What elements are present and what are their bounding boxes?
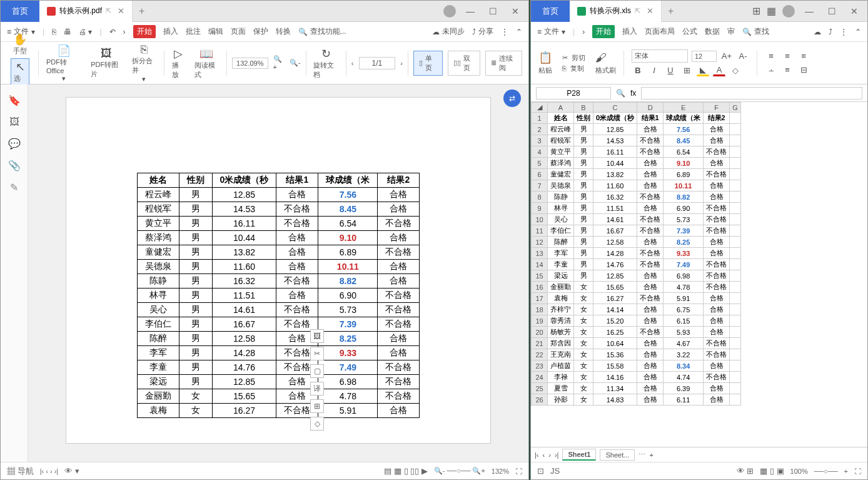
print-icon[interactable]: 🖨 ▾ <box>79 28 92 36</box>
col-E[interactable]: E <box>664 103 704 113</box>
xls-close-icon[interactable]: ✕ <box>647 6 654 16</box>
col-B[interactable]: B <box>574 103 593 113</box>
table-row[interactable]: 16金丽勤女15.65合格4.78不合格 <box>532 282 741 293</box>
xls-collapse[interactable]: ⌃ <box>855 28 861 36</box>
col-D[interactable]: D <box>637 103 664 113</box>
pin-icon[interactable]: ⇱ <box>106 7 111 15</box>
sheet-nav-next[interactable]: › <box>548 451 551 459</box>
float-convert-icon[interactable]: ⇄ <box>503 89 521 107</box>
valign-top-icon[interactable]: ⫠ <box>765 64 777 76</box>
close-icon[interactable]: ✕ <box>118 6 124 16</box>
xls-home-tab[interactable]: 首页 <box>531 1 570 22</box>
copy-button[interactable]: ⎘ 复制 <box>562 64 585 73</box>
play-button[interactable]: ▷播放 <box>169 46 187 81</box>
xls-zoom-pct[interactable]: 100% <box>790 467 808 475</box>
corner-cell[interactable]: ◢ <box>532 103 548 113</box>
page-indicator[interactable]: 1/1 <box>359 57 396 69</box>
apps-icon[interactable]: ▦ <box>767 5 776 17</box>
xls-menu-layout[interactable]: 页面布局 <box>645 26 675 37</box>
table-row[interactable]: 4黄立平男16.11不合格6.54不合格 <box>532 146 741 158</box>
merge-icon[interactable]: ⊟ <box>797 64 810 76</box>
xls-menu-data[interactable]: 数据 <box>705 26 720 37</box>
thumbnail-icon[interactable]: 🖼 <box>9 116 19 128</box>
table-row[interactable]: 24李禄女14.16合格4.74不合格 <box>532 372 741 383</box>
fx-zoom-icon[interactable]: 🔍 <box>616 89 625 98</box>
format-painter-icon[interactable]: 🖌 <box>595 51 616 64</box>
align-right-icon[interactable]: ≡ <box>797 50 810 63</box>
cut-button[interactable]: ✂ 剪切 <box>562 53 585 63</box>
table-row[interactable]: 17袁梅女16.27不合格5.91合格 <box>532 293 741 304</box>
table-row[interactable]: 7吴德泉男11.60合格10.11合格 <box>532 180 741 191</box>
table-tool-icon[interactable]: ⊞ <box>310 399 324 413</box>
table-row[interactable]: 14李童男14.76不合格7.49不合格 <box>532 259 741 270</box>
xls-add-tab[interactable]: + <box>662 6 680 17</box>
italic-icon[interactable]: I <box>648 64 660 76</box>
avatar[interactable] <box>443 5 456 18</box>
xls-fullscreen[interactable]: ⛶ <box>854 467 861 475</box>
xls-file-menu[interactable]: ≡ 文件 ▾ <box>537 26 565 37</box>
xls-menu-start[interactable]: 开始 <box>592 25 615 38</box>
xls-maximize[interactable]: ☐ <box>824 6 840 16</box>
undo-icon[interactable]: ↶ <box>109 28 116 36</box>
font-size-select[interactable]: 12 <box>692 51 717 62</box>
table-row[interactable]: 18齐梓宁女14.14合格6.75合格 <box>532 304 741 315</box>
table-row[interactable]: 22王克南女15.36合格3.22不合格 <box>532 349 741 360</box>
sheet2-tab[interactable]: Sheet... <box>600 449 635 461</box>
save-icon[interactable]: 🖶 <box>64 28 71 36</box>
border-icon[interactable]: ⊞ <box>680 64 693 76</box>
view-icon[interactable]: 👁 ▾ <box>64 466 79 476</box>
font-color-icon[interactable]: A <box>713 64 725 76</box>
col-F[interactable]: F <box>704 103 730 113</box>
double-page-mode[interactable]: ▯▯ 双页 <box>448 51 480 76</box>
image-tool-icon[interactable]: 🖼 <box>310 329 324 343</box>
table-row[interactable]: 2程云峰男12.85合格7.56合格 <box>532 124 741 135</box>
zoom-in-icon[interactable]: 🔍+ <box>273 55 285 71</box>
share-label[interactable]: ⤴ 分享 <box>472 26 493 37</box>
decrease-font-icon[interactable]: A- <box>737 50 749 63</box>
xls-mode-icon[interactable]: ⊡ <box>537 466 544 476</box>
close-button[interactable]: ✕ <box>507 6 523 16</box>
sheet-add[interactable]: + <box>649 451 653 459</box>
col-C[interactable]: C <box>593 103 637 113</box>
table-row[interactable]: 9林寻男11.51合格6.90不合格 <box>532 203 741 214</box>
single-page-mode[interactable]: ▯ 单页 <box>413 51 443 76</box>
menu-protect[interactable]: 保护 <box>253 26 268 37</box>
open-icon[interactable]: ⎘ <box>52 28 56 36</box>
maximize-button[interactable]: ☐ <box>485 6 501 16</box>
xls-add-zoom[interactable]: + <box>844 467 848 475</box>
xls-menu-formula[interactable]: 公式 <box>682 26 697 37</box>
continuous-mode[interactable]: ≣ 连续阅 <box>485 51 522 76</box>
collapse-icon[interactable]: ⌃ <box>516 28 522 36</box>
xls-cloud-icon[interactable]: ☁ <box>814 28 821 36</box>
fit-icon[interactable]: ⛶ <box>515 467 522 475</box>
xls-js-icon[interactable]: JS <box>550 466 560 476</box>
bold-icon[interactable]: B <box>632 64 644 76</box>
xls-pin-icon[interactable]: ⇱ <box>635 7 640 15</box>
xls-more-icon[interactable]: › <box>582 28 585 36</box>
table-row[interactable]: 3程锐军男14.53不合格8.45合格 <box>532 135 741 146</box>
table-row[interactable]: 25夏雪女11.34合格6.39合格 <box>532 383 741 394</box>
table-row[interactable]: 19蓉秀清女15.20合格6.15合格 <box>532 315 741 327</box>
increase-font-icon[interactable]: A+ <box>720 50 733 63</box>
table-row[interactable]: 26孙影女14.83合格6.11合格 <box>532 394 741 406</box>
more-icon[interactable]: › <box>123 28 126 36</box>
pdf-to-image[interactable]: 🖼PDF转图片 <box>88 46 124 80</box>
zoom-value[interactable]: 132.09% <box>232 58 268 69</box>
sheet-nav-first[interactable]: |‹ <box>535 451 539 459</box>
col-G[interactable]: G <box>730 103 741 113</box>
signature-icon[interactable]: ✎ <box>10 181 18 193</box>
table-row[interactable]: 15梁远男12.85合格6.98不合格 <box>532 270 741 282</box>
xls-file-tab[interactable]: 转换示例.xls ⇱ ✕ <box>570 1 662 22</box>
nav-toggle[interactable]: ▦ 导航 <box>7 466 34 477</box>
table-row[interactable]: 13李军男14.28不合格9.33合格 <box>532 248 741 259</box>
xls-minimize[interactable]: — <box>801 6 817 16</box>
zoom-out-icon[interactable]: 🔍- <box>290 59 301 67</box>
table-row[interactable]: 12陈醉男12.58合格8.25合格 <box>532 237 741 248</box>
next-page[interactable]: › <box>400 59 403 67</box>
hand-tool[interactable]: ✋手型 <box>11 31 29 57</box>
rotate-doc[interactable]: ↻旋转文档 <box>311 46 341 81</box>
sheet-nav-last[interactable]: ›| <box>555 451 559 459</box>
add-tab[interactable]: + <box>133 6 151 17</box>
menu-edit[interactable]: 编辑 <box>208 26 223 37</box>
xls-close[interactable]: ✕ <box>846 6 862 16</box>
